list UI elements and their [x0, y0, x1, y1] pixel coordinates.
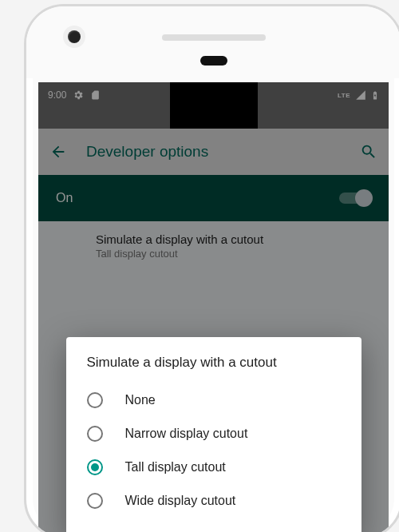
radio-option[interactable]: Tall display cutout: [87, 451, 341, 484]
radio-label: Tall display cutout: [125, 460, 226, 474]
radio-label: Wide display cutout: [125, 494, 236, 508]
radio-button-icon: [87, 493, 103, 509]
dialog-title: Simulate a display with a cutout: [87, 355, 341, 371]
speaker-slit: [162, 34, 266, 41]
cutout-dialog: Simulate a display with a cutout NoneNar…: [66, 337, 361, 532]
radio-label: Narrow display cutout: [125, 427, 248, 441]
radio-button-icon: [87, 426, 103, 442]
radio-button-icon: [87, 459, 103, 475]
radio-label: None: [125, 393, 156, 407]
screen: 9:00 LTE Developer options On Sim: [38, 82, 389, 532]
radio-option[interactable]: Narrow display cutout: [87, 417, 341, 451]
radio-button-icon: [87, 392, 103, 408]
proximity-sensor: [200, 56, 227, 66]
phone-frame: 9:00 LTE Developer options On Sim: [24, 4, 399, 532]
radio-option[interactable]: None: [87, 383, 341, 417]
top-bezel: [26, 6, 399, 78]
camera-dot: [68, 30, 81, 43]
radio-option[interactable]: Wide display cutout: [87, 484, 341, 518]
